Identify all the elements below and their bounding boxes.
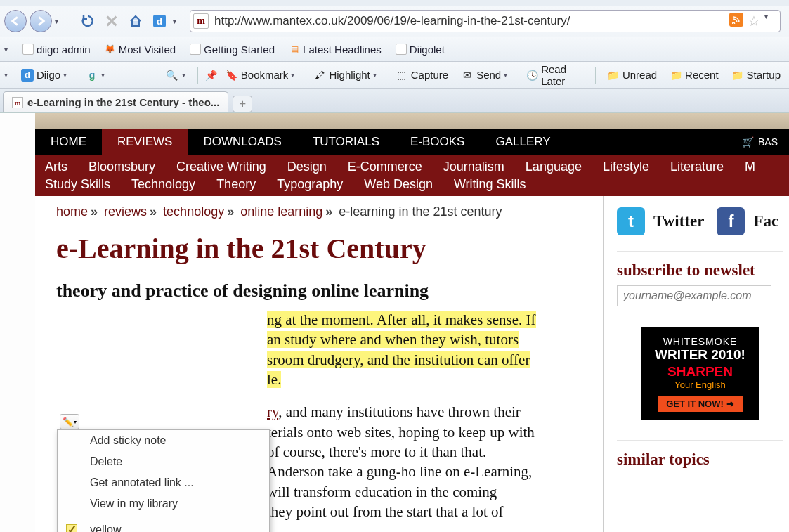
bookmark-getting-started[interactable]: Getting Started (184, 41, 280, 58)
search-icon[interactable]: 🔍 (166, 69, 178, 82)
diigo-label: Startup (747, 69, 781, 81)
diigo-search[interactable]: g▾ (81, 67, 115, 84)
diigo-bookmark[interactable]: 🔖Bookmark▾ (221, 67, 306, 84)
nav-ebooks[interactable]: E-BOOKS (395, 129, 480, 155)
url-input[interactable] (209, 14, 726, 28)
nav-gallery[interactable]: GALLERY (480, 129, 566, 155)
subnav-journalism[interactable]: Journalism (443, 160, 504, 174)
tab-active[interactable]: m e-Learning in the 21st Century - theo.… (3, 91, 228, 112)
diigo-toolbar-overflow[interactable]: ▾ (4, 71, 13, 79)
tab-favicon: m (12, 97, 23, 108)
subnav-web-design[interactable]: Web Design (364, 177, 433, 192)
diigo-recent[interactable]: 📁Recent (665, 67, 723, 84)
bookmark-latest-headlines[interactable]: ▤Latest Headlines (283, 41, 387, 58)
menu-delete[interactable]: Delete (58, 451, 269, 472)
highlighted-text[interactable]: an study where and when they wish, tutor… (267, 331, 519, 348)
home-button[interactable] (125, 11, 146, 32)
new-tab-button[interactable]: + (233, 96, 252, 112)
subnav-bloomsbury[interactable]: Bloomsbury (89, 160, 155, 174)
diigo-menu[interactable]: dDiigo▾ (17, 67, 77, 84)
urlbar-dropdown[interactable]: ▾ (764, 13, 774, 30)
bookmark-star-icon[interactable]: ☆ (748, 13, 760, 30)
page-viewport: HOME REVIEWS DOWNLOADS TUTORIALS E-BOOKS… (0, 113, 789, 532)
site-primary-nav: HOME REVIEWS DOWNLOADS TUTORIALS E-BOOKS… (35, 129, 789, 155)
subnav-technology[interactable]: Technology (131, 177, 195, 192)
newsletter-email-input[interactable] (617, 285, 771, 306)
subnav-writing-skills[interactable]: Writing Skills (454, 177, 526, 192)
firefox-icon: 🦊 (105, 44, 116, 55)
diigo-startup[interactable]: 📁Startup (727, 67, 785, 84)
bc-technology[interactable]: technology (163, 205, 224, 219)
ad-line: Your English (647, 379, 754, 390)
nav-tutorials[interactable]: TUTORIALS (297, 129, 395, 155)
subnav-study-skills[interactable]: Study Skills (45, 177, 110, 192)
nav-basket[interactable]: 🛒BAS (729, 129, 789, 155)
send-icon: ✉ (461, 69, 474, 82)
highlight-edit-button[interactable]: ✏️▾ (60, 414, 79, 429)
diigo-send[interactable]: ✉Send▾ (457, 67, 518, 84)
subnav-design[interactable]: Design (287, 160, 327, 174)
bc-home[interactable]: home (56, 205, 88, 219)
subnav-typography[interactable]: Typography (277, 177, 343, 192)
subnav-arts[interactable]: Arts (45, 160, 67, 174)
menu-get-annotated-link[interactable]: Get annotated link ... (58, 472, 269, 493)
browser-chrome: ▾ d ▾ m ☆ ▾ ▾ diigo admin 🦊Most Visited … (0, 0, 789, 113)
facebook-button[interactable]: f (717, 207, 745, 235)
twitter-button[interactable]: t (617, 207, 645, 235)
nav-home[interactable]: HOME (35, 129, 102, 155)
twitter-icon: t (628, 212, 634, 231)
diigo-highlight[interactable]: 🖍Highlight▾ (309, 67, 386, 84)
menu-add-sticky-note[interactable]: Add sticky note (58, 430, 269, 451)
bookmark-diigo-admin[interactable]: diigo admin (17, 41, 96, 58)
page-icon (396, 44, 407, 55)
cart-icon: 🛒 (742, 136, 754, 148)
bookmark-diigolet[interactable]: Diigolet (390, 41, 450, 58)
subnav-language[interactable]: Language (526, 160, 582, 174)
bookmark-most-visited[interactable]: 🦊Most Visited (99, 41, 181, 58)
subnav-ecommerce[interactable]: E-Commerce (348, 160, 422, 174)
site-favicon: m (193, 13, 209, 29)
diigo-label: Capture (411, 69, 448, 81)
nav-downloads[interactable]: DOWNLOADS (188, 129, 296, 155)
highlighted-text[interactable]: sroom drudgery, and the institution can … (267, 351, 530, 368)
diigo-icon: d (21, 69, 34, 82)
ad-line: SHARPEN (647, 364, 754, 379)
bookmark-label: Latest Headlines (303, 44, 382, 56)
diigo-home-button[interactable]: d (149, 11, 170, 32)
subnav-lifestyle[interactable]: Lifestyle (603, 160, 649, 174)
history-dropdown[interactable]: ▾ (55, 18, 65, 25)
page-icon (22, 44, 34, 55)
ad-cta-button[interactable]: GET IT NOW!➜ (658, 396, 743, 412)
bookmark-label: Getting Started (204, 44, 275, 56)
pin-icon[interactable]: 📌 (205, 69, 217, 82)
search-dropdown[interactable]: ▾ (182, 71, 190, 79)
nav-toolbar: ▾ d ▾ m ☆ ▾ (0, 6, 789, 37)
diigo-unread[interactable]: 📁Unread (603, 67, 661, 84)
subnav-literature[interactable]: Literature (670, 160, 724, 174)
subnav-theory[interactable]: Theory (216, 177, 256, 192)
menu-color-yellow[interactable]: ✓ yellow (58, 519, 269, 532)
diigo-read-later[interactable]: 🕓Read Later (522, 61, 588, 89)
page-title: e-Learning in the 21st Century (56, 232, 582, 265)
sidebar-ad[interactable]: WHITESMOKE WRITER 2010! SHARPEN Your Eng… (641, 327, 759, 420)
highlighted-text[interactable]: le. (267, 371, 281, 388)
rss-icon[interactable] (729, 13, 743, 27)
diigo-label: Bookmark (241, 69, 289, 81)
subnav-creative-writing[interactable]: Creative Writing (176, 160, 266, 174)
facebook-icon: f (728, 212, 733, 231)
article-link[interactable]: ry (267, 403, 278, 420)
menu-view-in-library[interactable]: View in my library (58, 493, 269, 514)
diigo-home-dropdown[interactable]: ▾ (173, 18, 183, 25)
bc-reviews[interactable]: reviews (104, 205, 147, 219)
diigo-capture[interactable]: ⬚Capture (391, 67, 452, 84)
breadcrumbs: home» reviews» technology» online learni… (56, 205, 582, 219)
menu-separator (62, 517, 265, 517)
bc-online-learning[interactable]: online learning (240, 205, 322, 219)
diigo-label: Read Later (541, 63, 584, 87)
nav-reviews[interactable]: REVIEWS (102, 129, 188, 155)
bookmarks-overflow[interactable]: ▾ (4, 46, 14, 53)
forward-button[interactable] (30, 10, 52, 32)
back-button[interactable] (4, 10, 27, 32)
reload-button[interactable] (77, 11, 98, 32)
highlighted-text[interactable]: ng at the moment. After all, it makes se… (267, 311, 536, 328)
